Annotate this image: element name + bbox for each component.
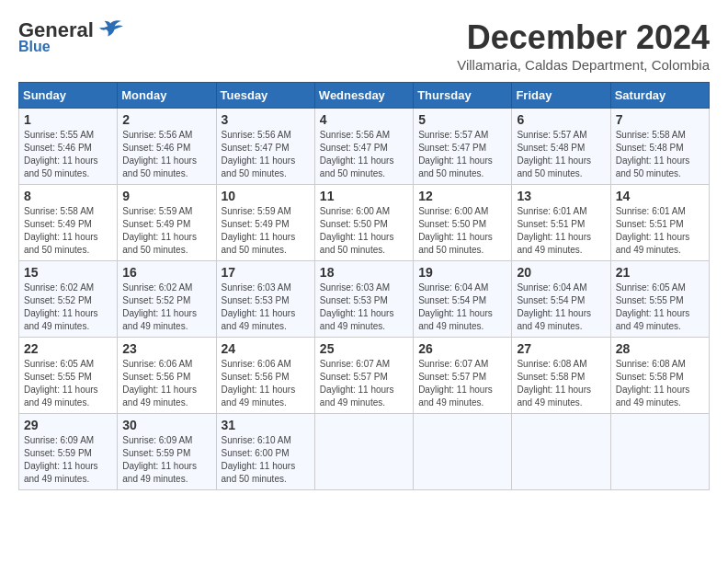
- day-info: Sunrise: 6:03 AMSunset: 5:53 PMDaylight:…: [320, 282, 408, 333]
- day-number: 8: [24, 189, 112, 203]
- day-number: 16: [122, 265, 210, 280]
- calendar-cell: 25 Sunrise: 6:07 AMSunset: 5:57 PMDaylig…: [314, 338, 413, 414]
- day-info: Sunrise: 5:58 AMSunset: 5:48 PMDaylight:…: [616, 129, 704, 180]
- day-info: Sunrise: 6:03 AMSunset: 5:53 PMDaylight:…: [222, 282, 310, 333]
- week-row-4: 22 Sunrise: 6:05 AMSunset: 5:55 PMDaylig…: [19, 338, 710, 414]
- calendar-cell: 3 Sunrise: 5:56 AMSunset: 5:47 PMDayligh…: [216, 109, 314, 185]
- day-number: 11: [320, 189, 408, 203]
- day-info: Sunrise: 6:00 AMSunset: 5:50 PMDaylight:…: [320, 205, 408, 257]
- month-title: December 2024: [457, 18, 710, 57]
- calendar-cell: 15 Sunrise: 6:02 AMSunset: 5:52 PMDaylig…: [19, 261, 118, 338]
- calendar-cell: 30 Sunrise: 6:09 AMSunset: 5:59 PMDaylig…: [118, 414, 216, 490]
- weekday-header-monday: Monday: [118, 83, 216, 109]
- calendar-cell: 8 Sunrise: 5:58 AMSunset: 5:49 PMDayligh…: [19, 185, 118, 261]
- weekday-header-thursday: Thursday: [414, 83, 512, 109]
- day-number: 18: [320, 265, 408, 280]
- week-row-2: 8 Sunrise: 5:58 AMSunset: 5:49 PMDayligh…: [19, 185, 710, 261]
- day-info: Sunrise: 6:04 AMSunset: 5:54 PMDaylight:…: [517, 282, 605, 333]
- calendar-cell: 9 Sunrise: 5:59 AMSunset: 5:49 PMDayligh…: [118, 185, 216, 261]
- day-info: Sunrise: 5:57 AMSunset: 5:47 PMDaylight:…: [418, 129, 506, 180]
- day-number: 12: [418, 189, 506, 203]
- day-number: 23: [122, 341, 210, 356]
- day-info: Sunrise: 6:02 AMSunset: 5:52 PMDaylight:…: [24, 282, 112, 333]
- day-number: 7: [616, 112, 704, 127]
- calendar-cell: 19 Sunrise: 6:04 AMSunset: 5:54 PMDaylig…: [414, 261, 512, 338]
- day-number: 13: [517, 189, 605, 203]
- day-number: 19: [418, 265, 506, 280]
- weekday-header-wednesday: Wednesday: [314, 83, 413, 109]
- day-info: Sunrise: 5:57 AMSunset: 5:48 PMDaylight:…: [517, 129, 605, 180]
- day-number: 1: [24, 112, 112, 127]
- calendar-cell: 12 Sunrise: 6:00 AMSunset: 5:50 PMDaylig…: [414, 185, 512, 261]
- calendar-cell: 18 Sunrise: 6:03 AMSunset: 5:53 PMDaylig…: [314, 261, 413, 338]
- day-number: 15: [24, 265, 112, 280]
- day-number: 6: [517, 112, 605, 127]
- calendar-cell: 31 Sunrise: 6:10 AMSunset: 6:00 PMDaylig…: [216, 414, 314, 490]
- calendar-cell: 22 Sunrise: 6:05 AMSunset: 5:55 PMDaylig…: [19, 338, 118, 414]
- location-title: Villamaria, Caldas Department, Colombia: [457, 57, 710, 73]
- weekday-header-sunday: Sunday: [19, 83, 118, 109]
- weekday-header-saturday: Saturday: [610, 83, 709, 109]
- calendar-cell: 27 Sunrise: 6:08 AMSunset: 5:58 PMDaylig…: [512, 338, 610, 414]
- day-info: Sunrise: 6:01 AMSunset: 5:51 PMDaylight:…: [616, 205, 704, 257]
- day-number: 5: [418, 112, 506, 127]
- calendar-cell: 4 Sunrise: 5:56 AMSunset: 5:47 PMDayligh…: [314, 109, 413, 185]
- day-info: Sunrise: 6:07 AMSunset: 5:57 PMDaylight:…: [418, 358, 506, 409]
- logo-bird-icon: [97, 19, 123, 41]
- day-number: 10: [222, 189, 310, 203]
- day-info: Sunrise: 6:05 AMSunset: 5:55 PMDaylight:…: [24, 358, 112, 409]
- day-info: Sunrise: 5:59 AMSunset: 5:49 PMDaylight:…: [222, 205, 310, 257]
- calendar-cell: 2 Sunrise: 5:56 AMSunset: 5:46 PMDayligh…: [118, 109, 216, 185]
- calendar-cell: 28 Sunrise: 6:08 AMSunset: 5:58 PMDaylig…: [610, 338, 709, 414]
- day-info: Sunrise: 6:07 AMSunset: 5:57 PMDaylight:…: [320, 358, 408, 409]
- day-number: 31: [222, 418, 310, 432]
- calendar-cell: 11 Sunrise: 6:00 AMSunset: 5:50 PMDaylig…: [314, 185, 413, 261]
- day-number: 27: [517, 341, 605, 356]
- day-info: Sunrise: 6:06 AMSunset: 5:56 PMDaylight:…: [222, 358, 310, 409]
- day-info: Sunrise: 5:58 AMSunset: 5:49 PMDaylight:…: [24, 205, 112, 257]
- day-info: Sunrise: 5:59 AMSunset: 5:49 PMDaylight:…: [122, 205, 210, 257]
- day-info: Sunrise: 6:09 AMSunset: 5:59 PMDaylight:…: [24, 434, 112, 486]
- calendar-cell: [414, 414, 512, 490]
- calendar-cell: 26 Sunrise: 6:07 AMSunset: 5:57 PMDaylig…: [414, 338, 512, 414]
- day-info: Sunrise: 5:56 AMSunset: 5:46 PMDaylight:…: [122, 129, 210, 180]
- day-info: Sunrise: 6:08 AMSunset: 5:58 PMDaylight:…: [517, 358, 605, 409]
- day-number: 25: [320, 341, 408, 356]
- day-info: Sunrise: 6:10 AMSunset: 6:00 PMDaylight:…: [222, 434, 310, 486]
- calendar-cell: 5 Sunrise: 5:57 AMSunset: 5:47 PMDayligh…: [414, 109, 512, 185]
- calendar-cell: 1 Sunrise: 5:55 AMSunset: 5:46 PMDayligh…: [19, 109, 118, 185]
- day-number: 26: [418, 341, 506, 356]
- calendar-cell: 21 Sunrise: 6:05 AMSunset: 5:55 PMDaylig…: [610, 261, 709, 338]
- day-info: Sunrise: 5:56 AMSunset: 5:47 PMDaylight:…: [320, 129, 408, 180]
- day-number: 4: [320, 112, 408, 127]
- day-info: Sunrise: 6:09 AMSunset: 5:59 PMDaylight:…: [122, 434, 210, 486]
- week-row-5: 29 Sunrise: 6:09 AMSunset: 5:59 PMDaylig…: [19, 414, 710, 490]
- calendar-cell: 17 Sunrise: 6:03 AMSunset: 5:53 PMDaylig…: [216, 261, 314, 338]
- weekday-header-friday: Friday: [512, 83, 610, 109]
- day-number: 30: [122, 418, 210, 432]
- calendar-table: SundayMondayTuesdayWednesdayThursdayFrid…: [18, 82, 710, 490]
- week-row-1: 1 Sunrise: 5:55 AMSunset: 5:46 PMDayligh…: [19, 109, 710, 185]
- day-info: Sunrise: 6:06 AMSunset: 5:56 PMDaylight:…: [122, 358, 210, 409]
- calendar-cell: 13 Sunrise: 6:01 AMSunset: 5:51 PMDaylig…: [512, 185, 610, 261]
- week-row-3: 15 Sunrise: 6:02 AMSunset: 5:52 PMDaylig…: [19, 261, 710, 338]
- day-info: Sunrise: 6:08 AMSunset: 5:58 PMDaylight:…: [616, 358, 704, 409]
- day-number: 22: [24, 341, 112, 356]
- calendar-cell: 7 Sunrise: 5:58 AMSunset: 5:48 PMDayligh…: [610, 109, 709, 185]
- day-info: Sunrise: 6:01 AMSunset: 5:51 PMDaylight:…: [517, 205, 605, 257]
- day-number: 14: [616, 189, 704, 203]
- logo-blue-text: Blue: [18, 39, 51, 55]
- calendar-cell: 23 Sunrise: 6:06 AMSunset: 5:56 PMDaylig…: [118, 338, 216, 414]
- weekday-header-row: SundayMondayTuesdayWednesdayThursdayFrid…: [19, 83, 710, 109]
- title-area: December 2024 Villamaria, Caldas Departm…: [457, 18, 710, 73]
- day-info: Sunrise: 5:55 AMSunset: 5:46 PMDaylight:…: [24, 129, 112, 180]
- weekday-header-tuesday: Tuesday: [216, 83, 314, 109]
- day-info: Sunrise: 5:56 AMSunset: 5:47 PMDaylight:…: [222, 129, 310, 180]
- calendar-cell: [610, 414, 709, 490]
- day-number: 28: [616, 341, 704, 356]
- calendar-cell: 24 Sunrise: 6:06 AMSunset: 5:56 PMDaylig…: [216, 338, 314, 414]
- calendar-cell: 29 Sunrise: 6:09 AMSunset: 5:59 PMDaylig…: [19, 414, 118, 490]
- day-number: 17: [222, 265, 310, 280]
- day-number: 3: [222, 112, 310, 127]
- day-number: 29: [24, 418, 112, 432]
